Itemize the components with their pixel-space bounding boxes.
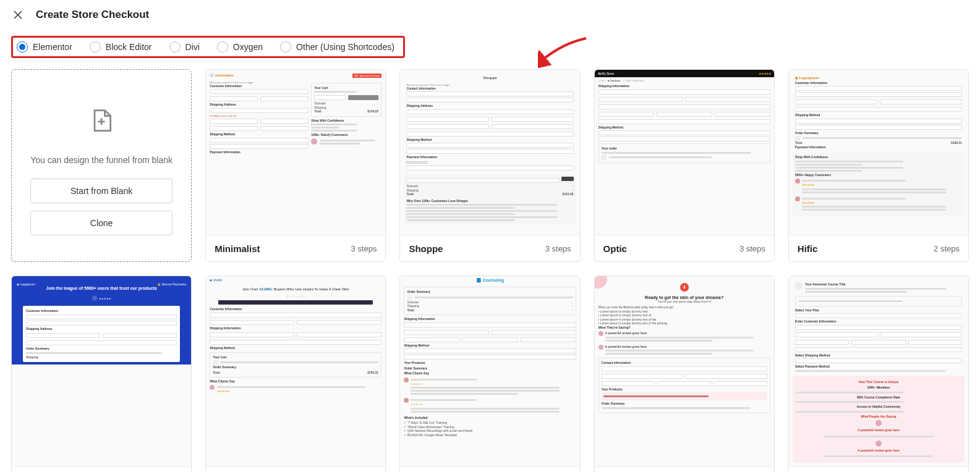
- editor-tab-block-editor[interactable]: Block Editor: [90, 41, 152, 53]
- template-footer: Hific 2 steps: [789, 235, 968, 261]
- template-name: Optic: [603, 243, 627, 254]
- radio-icon: [90, 41, 101, 53]
- template-card-optic[interactable]: 🛍 My Store★★★★★ ○ Cart ● Checkout ○ Orde…: [594, 69, 775, 262]
- clone-button[interactable]: Clone: [30, 211, 173, 235]
- template-footer: Livewire 3 steps: [12, 466, 191, 472]
- template-card-hific[interactable]: ◆ Logoipsum Customer Information Shippin…: [788, 69, 969, 262]
- template-steps: 3 steps: [739, 244, 765, 253]
- editor-tab-other[interactable]: Other (Using Shortcodes): [280, 41, 394, 53]
- template-card-livewire[interactable]: ◆ Logoipsum🔒 Secure Payments Join the le…: [11, 276, 192, 472]
- editor-tab-elementor[interactable]: Elementor: [17, 41, 72, 53]
- template-name: Minimalist: [215, 243, 260, 254]
- template-preview: Your Awesome Course Title Select Your Pl…: [789, 276, 968, 466]
- editor-tab-label: Divi: [185, 42, 200, 52]
- editor-tab-divi[interactable]: Divi: [169, 41, 200, 53]
- template-preview: 📘 Courselog Order Summary Subtotal- Ship…: [400, 276, 579, 466]
- start-from-blank-button[interactable]: Start from Blank: [30, 179, 173, 203]
- radio-icon: [217, 41, 228, 53]
- radio-icon: [17, 41, 28, 53]
- editor-tab-oxygen[interactable]: Oxygen: [217, 41, 263, 53]
- template-footer: Shoppe 3 steps: [400, 235, 579, 261]
- template-footer: Minimalist 3 steps: [206, 235, 385, 261]
- radio-icon: [280, 41, 291, 53]
- templates-grid: You can design the funnel from blank Sta…: [0, 69, 980, 472]
- template-card-courselog[interactable]: 📘 Courselog Order Summary Subtotal- Ship…: [399, 276, 580, 472]
- template-preview: ◆ Logoipsum Customer Information Shippin…: [789, 70, 968, 235]
- template-footer: Persuader 3 steps: [595, 466, 774, 472]
- template-name: Hific: [798, 243, 818, 254]
- template-card-minimalist[interactable]: 🛒 minimalist SSL Secured Checkout Return…: [205, 69, 386, 262]
- editor-tab-label: Elementor: [33, 42, 72, 52]
- template-preview: Shoppe Returning customer? Click here to…: [400, 70, 579, 235]
- template-footer: Optic 3 steps: [595, 235, 774, 261]
- editor-selector: Elementor Block Editor Divi Oxygen Other…: [11, 36, 405, 58]
- template-preview: 🛍 My Store★★★★★ ○ Cart ● Checkout ○ Orde…: [595, 70, 774, 235]
- radio-icon: [169, 41, 181, 53]
- page-title: Create Store Checkout: [36, 9, 149, 21]
- template-card-persuader[interactable]: ⬇ Ready to get the skin of your dreams? …: [594, 276, 775, 472]
- template-card-shoppe[interactable]: Shoppe Returning customer? Click here to…: [399, 69, 580, 262]
- dialog-header: Create Store Checkout: [0, 0, 980, 30]
- template-footer: Magnetic 3 steps: [789, 466, 968, 472]
- template-preview: ◆ Logoipsum🔒 Secure Payments Join the le…: [12, 276, 191, 466]
- blank-template-card: You can design the funnel from blank Sta…: [11, 69, 192, 262]
- template-card-utopia[interactable]: ◆ Utopia Join Over 12,000+ Buyers Who Us…: [205, 276, 386, 472]
- editor-tab-label: Oxygen: [233, 42, 263, 52]
- editor-tab-label: Other (Using Shortcodes): [296, 42, 394, 52]
- template-card-magnetic[interactable]: Your Awesome Course Title Select Your Pl…: [788, 276, 969, 472]
- template-steps: 3 steps: [351, 244, 377, 253]
- close-icon[interactable]: [12, 9, 23, 20]
- new-file-icon: [88, 107, 115, 134]
- template-steps: 2 steps: [934, 244, 960, 253]
- preview-logo: minimalist: [215, 74, 234, 77]
- template-steps: 3 steps: [545, 244, 571, 253]
- editor-tab-label: Block Editor: [106, 42, 152, 52]
- annotation-arrow-icon: [538, 37, 587, 68]
- template-footer: Courselog 3 steps: [400, 466, 579, 472]
- blank-description: You can design the funnel from blank: [30, 155, 173, 165]
- template-preview: ◆ Utopia Join Over 12,000+ Buyers Who Us…: [206, 276, 385, 466]
- template-footer: Utopia 3 steps: [206, 466, 385, 472]
- template-preview: ⬇ Ready to get the skin of your dreams? …: [595, 276, 774, 466]
- template-name: Shoppe: [409, 243, 443, 254]
- template-preview: 🛒 minimalist SSL Secured Checkout Return…: [206, 70, 385, 235]
- ssl-badge: SSL Secured Checkout: [352, 74, 381, 78]
